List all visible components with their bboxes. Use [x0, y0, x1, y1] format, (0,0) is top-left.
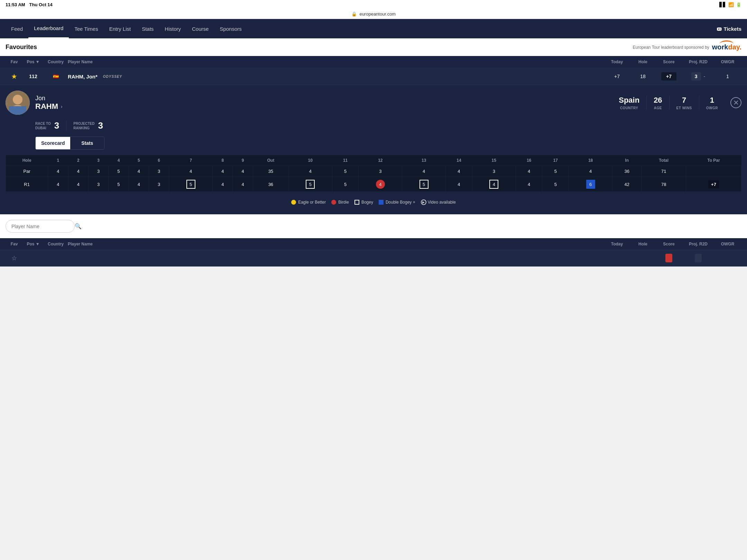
scorecard-table: Hole 1 2 3 4 5 6 7 8 9 Out 10 11 12 [6, 155, 741, 192]
player-proj: 3 - [683, 72, 714, 81]
ticket-icon: 🎟 [717, 26, 722, 32]
player-owgr: 1 [714, 74, 741, 79]
sc-header-hole: Hole [6, 155, 48, 166]
birdie-dot [331, 200, 336, 205]
player-first-name: Jon [35, 95, 606, 102]
sc-header-8: 8 [213, 155, 233, 166]
second-fav-cell[interactable]: ☆ [6, 254, 23, 262]
player-expanded-card: Jon RAHM › Spain COUNTRY 26 AGE [0, 85, 747, 214]
player-last-name: RAHM › [35, 102, 606, 111]
workday-logo: workday. [712, 43, 741, 51]
score-double-bogey-h18: 6 [586, 180, 595, 189]
score-bogey-h7: 5 [186, 180, 195, 189]
favourites-header: Favourites European Tour leaderboard spo… [0, 38, 747, 56]
nav-feed[interactable]: Feed [6, 20, 28, 38]
star-icon: ★ [11, 73, 17, 80]
nav-sponsors[interactable]: Sponsors [214, 20, 247, 38]
wifi-icon: 📶 [728, 2, 734, 7]
video-icon: ▶ [421, 199, 426, 205]
second-header-pos: Pos ▼ [23, 242, 44, 246]
country-value: Spain [619, 96, 639, 105]
close-card-button[interactable]: ✕ [730, 97, 741, 108]
tickets-button[interactable]: 🎟 Tickets [717, 26, 741, 32]
status-bar: 11:53 AM Thu Oct 14 ▋▋ 📶 🔋 [0, 0, 747, 9]
table-header: Fav Pos ▼ Country Player Name Today Hole… [0, 56, 747, 68]
par-label: Par [6, 166, 48, 177]
main-content: Favourites European Tour leaderboard spo… [0, 38, 747, 267]
search-input[interactable] [11, 224, 72, 229]
sc-header-4: 4 [109, 155, 129, 166]
nav-entry-list[interactable]: Entry List [104, 20, 137, 38]
sc-header-in: In [612, 155, 642, 166]
bogey-label: Bogey [361, 200, 373, 205]
scorecard-legend: Eagle or Better Birdie Bogey Double Boge… [6, 196, 741, 208]
stat-owgr: 1 OWGR [699, 96, 725, 110]
nav-stats[interactable]: Stats [136, 20, 159, 38]
player-rahm-row[interactable]: ★ 112 🇪🇸 RAHM, Jon* ODYSSEY +7 18 +7 3 -… [0, 68, 747, 85]
age-value: 26 [654, 96, 662, 105]
player-name-cell: RAHM, Jon* ODYSSEY [68, 74, 603, 80]
sc-header-out: Out [253, 155, 288, 166]
header-fav: Fav [6, 59, 23, 64]
sc-header-18: 18 [569, 155, 612, 166]
eagle-label: Eagle or Better [298, 200, 326, 205]
sc-header-16: 16 [516, 155, 542, 166]
search-container: 🔍 [0, 214, 747, 238]
stat-age: 26 AGE [647, 96, 669, 110]
legend-double-bogey: Double Bogey + [379, 200, 415, 205]
signal-icon: ▋▋ [719, 2, 726, 7]
second-header-proj: Proj. R2D [683, 242, 714, 246]
player-info: Jon RAHM › [35, 95, 606, 111]
status-time: 11:53 AM [6, 2, 25, 7]
odyssey-sponsor-badge: ODYSSEY [101, 74, 124, 79]
header-today: Today [603, 59, 631, 64]
header-pos: Pos ▼ [23, 59, 44, 64]
search-input-wrapper[interactable]: 🔍 [6, 220, 75, 233]
second-score-badge [665, 254, 672, 262]
header-proj: Proj. R2D [683, 59, 714, 64]
player-pos: 112 [23, 74, 44, 79]
header-country: Country [44, 59, 68, 64]
double-bogey-label: Double Bogey + [386, 200, 415, 205]
sponsor-area: European Tour leaderboard sponsored by w… [633, 43, 741, 51]
favourites-title: Favourites [6, 44, 37, 51]
second-header-player-name: Player Name [68, 242, 603, 246]
total-score-badge: +7 [708, 180, 719, 188]
legend-video: ▶ Video available [421, 199, 456, 205]
bogey-dot [354, 200, 359, 205]
sc-header-15: 15 [472, 155, 516, 166]
sc-header-11: 11 [332, 155, 359, 166]
nav-course[interactable]: Course [186, 20, 214, 38]
nav-leaderboard[interactable]: Leaderboard [28, 19, 69, 38]
sc-header-7: 7 [169, 155, 213, 166]
second-proj-cell [683, 255, 714, 261]
eagle-dot [291, 200, 296, 205]
header-player-name: Player Name [68, 59, 603, 64]
nav-history[interactable]: History [159, 20, 186, 38]
search-icon: 🔍 [75, 223, 82, 230]
video-label: Video available [428, 200, 456, 205]
sc-header-13: 13 [402, 155, 446, 166]
second-sort-arrow: ▼ [36, 242, 40, 246]
second-header-hole: Hole [631, 242, 655, 246]
header-hole: Hole [631, 59, 655, 64]
fav-star[interactable]: ★ [6, 72, 23, 81]
proj-dash: - [704, 74, 706, 79]
et-wins-value: 7 [676, 96, 692, 105]
header-owgr: OWGR [714, 59, 741, 64]
nav-tee-times[interactable]: Tee Times [69, 20, 103, 38]
second-player-row-partial[interactable]: ☆ [0, 250, 747, 267]
score-birdie-h12: 4 [376, 180, 385, 189]
url-bar[interactable]: 🔒 europeantour.com [0, 9, 747, 19]
sc-header-3: 3 [88, 155, 108, 166]
sc-header-12: 12 [359, 155, 402, 166]
tab-scorecard[interactable]: Scorecard [36, 137, 70, 149]
second-header-fav: Fav [6, 242, 23, 246]
svg-rect-3 [9, 106, 26, 115]
race-to-dubai-block: RACE TODUBAI 3 [35, 120, 66, 131]
age-label: AGE [654, 106, 662, 110]
tab-stats[interactable]: Stats [70, 137, 104, 149]
r1-row: R1 4 4 3 5 4 3 5 4 4 36 5 [6, 177, 741, 192]
stat-country: Spain COUNTRY [612, 96, 647, 110]
owgr-value: 1 [706, 96, 718, 105]
